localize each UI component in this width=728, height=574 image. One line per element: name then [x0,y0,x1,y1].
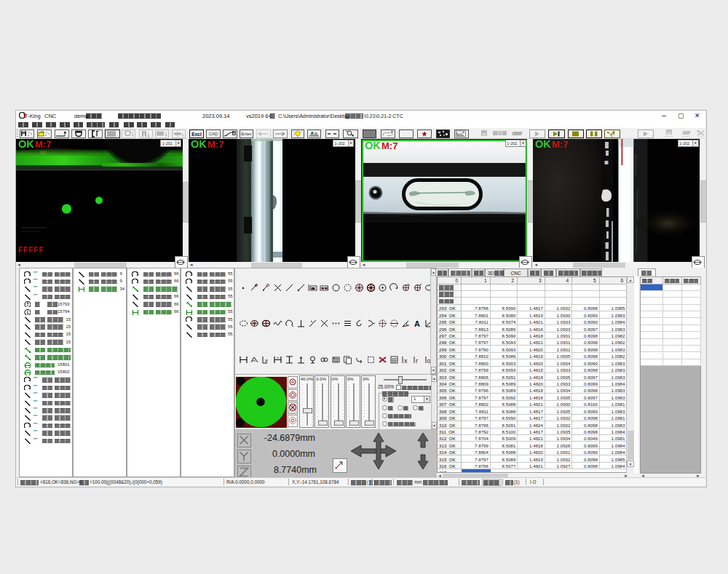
svg-text:OK: OK [191,139,207,150]
svg-text:FFFFF: FFFFF [18,246,44,254]
svg-text:M:7: M:7 [207,139,223,150]
svg-text:M:7: M:7 [552,139,568,150]
svg-text:OK: OK [535,139,551,150]
svg-text:M:7: M:7 [35,139,51,150]
svg-text:M:7: M:7 [381,140,397,151]
svg-text:r: r [416,357,418,364]
svg-text:x: x [404,357,408,364]
svg-text:x: x [265,357,268,364]
svg-text:A: A [414,319,420,328]
svg-text:OK: OK [365,140,381,151]
svg-text:OK: OK [18,139,34,150]
